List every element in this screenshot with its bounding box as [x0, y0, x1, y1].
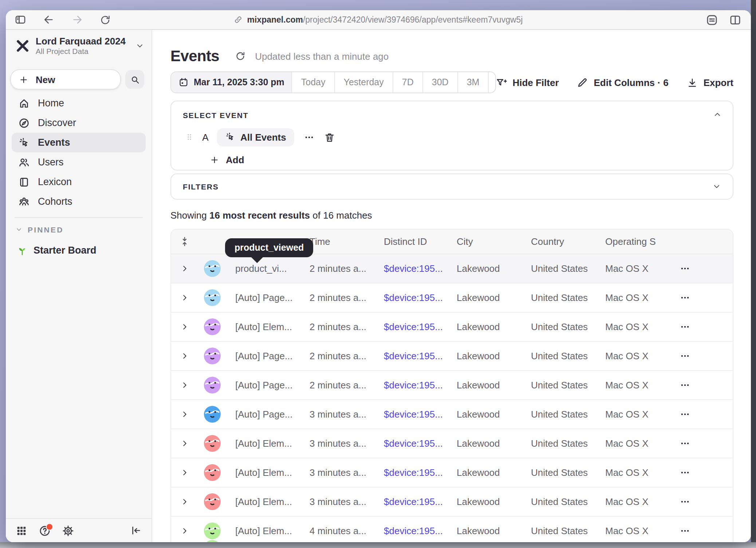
time-cell: 2 minutes a...	[301, 351, 375, 361]
row-more-icon[interactable]	[662, 409, 733, 420]
add-event-button[interactable]: Add	[210, 154, 244, 165]
row-more-icon[interactable]	[662, 321, 733, 332]
row-more-icon[interactable]	[662, 525, 733, 536]
expand-row-icon[interactable]	[180, 469, 188, 477]
distinct-id-link[interactable]: $device:195...	[375, 409, 448, 420]
apps-grid-icon[interactable]	[15, 524, 28, 537]
sidebar-item-lexicon[interactable]: Lexicon	[12, 172, 146, 192]
os-column-header[interactable]: Operating S	[596, 236, 662, 247]
row-more-icon[interactable]	[662, 467, 733, 478]
row-more-icon[interactable]	[662, 351, 733, 361]
sidebar-item-home[interactable]: Home	[12, 93, 146, 113]
sidebar-item-users[interactable]: Users	[12, 152, 146, 172]
expand-row-icon[interactable]	[180, 527, 188, 535]
table-row[interactable]: [Auto] Elem... 2 minutes a... $device:19…	[171, 313, 733, 342]
country-cell: United States	[522, 525, 596, 536]
trash-icon[interactable]	[324, 132, 335, 142]
table-row[interactable]: [Auto] Page... 2 minutes a... $device:19…	[171, 283, 733, 313]
distinct-id-link[interactable]: $device:195...	[375, 438, 448, 449]
row-more-icon[interactable]	[662, 496, 733, 507]
distinct-id-link[interactable]: $device:195...	[375, 467, 448, 478]
expand-row-icon[interactable]	[180, 294, 188, 302]
notification-dot	[46, 523, 53, 530]
table-row[interactable]: [Auto] Elem... 3 minutes a... $device:19…	[171, 429, 733, 458]
distinct-id-link[interactable]: $device:195...	[375, 525, 448, 536]
sidebar-toggle-icon[interactable]	[15, 14, 26, 26]
expand-row-icon[interactable]	[180, 498, 188, 506]
city-cell: Lakewood	[448, 321, 522, 332]
workspace-switcher[interactable]: Lord Farquaad 2024 All Project Data	[15, 35, 144, 57]
distinct-id-link[interactable]: $device:195...	[375, 351, 448, 361]
sidebar: Lord Farquaad 2024 All Project Data New	[6, 30, 152, 542]
country-column-header[interactable]: Country	[522, 236, 596, 247]
distinct-id-link[interactable]: $device:195...	[375, 380, 448, 391]
sidebar-item-starter-board[interactable]: Starter Board	[17, 245, 151, 256]
row-more-icon[interactable]	[662, 438, 733, 449]
country-cell: United States	[522, 409, 596, 420]
new-button[interactable]: New	[10, 69, 121, 90]
event-selector[interactable]: All Events	[217, 128, 294, 146]
expand-row-icon[interactable]	[180, 352, 188, 360]
city-column-header[interactable]: City	[448, 236, 522, 247]
range-3m[interactable]: 3M	[457, 72, 488, 93]
distinct-id-link[interactable]: $device:195...	[375, 292, 448, 303]
funnel-plus-icon	[496, 77, 507, 88]
hide-filter-button[interactable]: Hide Filter	[496, 77, 559, 88]
expand-row-icon[interactable]	[180, 439, 188, 447]
address-bar[interactable]: mixpanel.com/project/3472420/view/397469…	[6, 10, 751, 29]
table-row[interactable]: [Auto] Page... 2 minutes a... $device:19…	[171, 371, 733, 400]
home-icon	[18, 97, 30, 109]
time-column-header[interactable]: Time	[301, 236, 375, 247]
settings-gear-icon[interactable]	[62, 524, 74, 537]
range-today[interactable]: Today	[292, 72, 334, 93]
expand-row-icon[interactable]	[180, 323, 188, 331]
sidebar-item-cohorts[interactable]: Cohorts	[12, 192, 146, 211]
range-7d[interactable]: 7D	[393, 72, 422, 93]
expand-row-icon[interactable]	[180, 410, 188, 418]
table-row[interactable]: product_vi... 2 minutes a... $device:195…	[171, 254, 733, 283]
range-30d[interactable]: 30D	[422, 72, 457, 93]
avatar	[203, 376, 221, 394]
split-view-icon[interactable]	[729, 13, 741, 26]
forward-icon[interactable]	[71, 14, 83, 26]
export-button[interactable]: Export	[687, 77, 733, 88]
table-row[interactable]: [Auto] Elem... 4 minutes a... $device:19…	[171, 517, 733, 542]
row-more-icon[interactable]	[662, 380, 733, 391]
distinct-id-link[interactable]: $device:195...	[375, 321, 448, 332]
search-button[interactable]	[125, 70, 144, 89]
distinct-id-column-header[interactable]: Distinct ID	[375, 236, 448, 247]
chevron-down-icon[interactable]	[712, 182, 721, 191]
row-more-icon[interactable]	[662, 292, 733, 303]
collapse-rows-icon[interactable]	[179, 236, 190, 247]
back-icon[interactable]	[43, 14, 55, 26]
events-cursor-icon	[225, 132, 235, 142]
sidebar-item-events[interactable]: Events	[12, 133, 146, 152]
table-row[interactable]: [Auto] Page... 2 minutes a... $device:19…	[171, 342, 733, 371]
table-row[interactable]: [Auto] Page... 3 minutes a... $device:19…	[171, 400, 733, 429]
edit-columns-button[interactable]: Edit Columns · 6	[577, 77, 669, 88]
country-cell: United States	[522, 263, 596, 274]
range-6m[interactable]: 6M	[488, 72, 496, 93]
collapse-sidebar-icon[interactable]	[130, 525, 142, 536]
distinct-id-link[interactable]: $device:195...	[375, 496, 448, 507]
reload-icon[interactable]	[100, 14, 111, 25]
expand-row-icon[interactable]	[180, 265, 188, 273]
event-name-cell: [Auto] Elem...	[227, 321, 301, 332]
more-options-icon[interactable]	[302, 132, 316, 142]
row-more-icon[interactable]	[662, 263, 733, 274]
help-icon[interactable]	[39, 524, 51, 537]
drag-handle-icon[interactable]	[185, 132, 194, 142]
distinct-id-link[interactable]: $device:195...	[375, 263, 448, 274]
table-row[interactable]: [Auto] Elem... 3 minutes a... $device:19…	[171, 458, 733, 488]
table-row[interactable]: [Auto] Elem... 3 minutes a... $device:19…	[171, 488, 733, 517]
pinned-section-header[interactable]: PINNED	[15, 225, 151, 234]
city-cell: Lakewood	[448, 292, 522, 303]
date-value: Mar 11, 2025 3:30 pm	[194, 77, 284, 87]
range-yesterday[interactable]: Yesterday	[334, 72, 393, 93]
page-settings-icon[interactable]	[706, 13, 718, 26]
chevron-up-icon[interactable]	[713, 110, 722, 119]
sidebar-item-discover[interactable]: Discover	[12, 113, 146, 133]
expand-row-icon[interactable]	[180, 381, 188, 389]
date-picker[interactable]: Mar 11, 2025 3:30 pm	[171, 72, 292, 93]
refresh-icon[interactable]	[235, 51, 245, 61]
